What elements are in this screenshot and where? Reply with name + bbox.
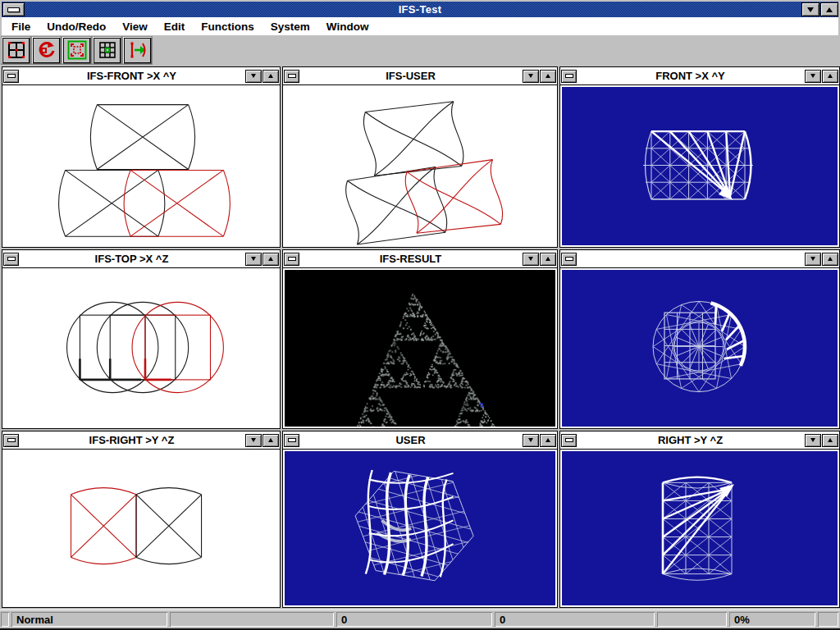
window-menu-button[interactable] — [3, 434, 19, 447]
minimize-button[interactable] — [523, 253, 539, 266]
menu-file[interactable]: File — [2, 21, 39, 33]
minimize-button[interactable] — [805, 70, 821, 83]
menu-view[interactable]: View — [114, 21, 156, 33]
child-window-title: IFS-TOP >X ^Z — [19, 253, 244, 265]
arrow-down-icon — [810, 74, 815, 78]
child-window-front3d[interactable]: FRONT >X ^Y — [559, 66, 840, 248]
system-menu-dash-icon — [288, 74, 296, 78]
arrow-down-icon — [528, 438, 533, 442]
window-menu-button[interactable] — [284, 434, 299, 447]
window-menu-button[interactable] — [284, 253, 299, 266]
view-front3d[interactable] — [562, 87, 838, 245]
child-window-title: USER — [299, 434, 522, 446]
system-menu-button[interactable] — [2, 2, 25, 16]
window-menu-button[interactable] — [561, 253, 577, 266]
window-menu-button[interactable] — [561, 70, 577, 83]
child-window-ifs-top[interactable]: IFS-TOP >X ^Z — [2, 249, 281, 429]
minimize-button[interactable] — [523, 434, 539, 447]
arrow-up-icon — [546, 257, 550, 261]
system-menu-dash-icon — [565, 257, 573, 261]
child-window-user3d[interactable]: USER — [282, 431, 558, 608]
maximize-button[interactable] — [262, 253, 279, 266]
mdi-workspace: IFS-FRONT >X ^Y IFS-USER FRONT >X ^Y — [0, 65, 840, 609]
arrow-up-icon — [828, 74, 833, 78]
child-titlebar[interactable]: IFS-USER — [283, 67, 557, 85]
minimize-button[interactable] — [801, 2, 819, 16]
menu-functions[interactable]: Functions — [193, 21, 262, 33]
zoom-selection-button[interactable] — [62, 37, 91, 64]
grid-center-icon — [98, 40, 117, 60]
child-window-title: IFS-RIGHT >Y ^Z — [19, 434, 244, 446]
menu-bar: File Undo/Redo View Edit Functions Syste… — [2, 17, 838, 35]
status-bar: Normal 0 0 0% — [0, 609, 840, 628]
maximize-button[interactable] — [820, 2, 838, 16]
maximize-button[interactable] — [540, 253, 556, 266]
view-ifs-result[interactable] — [285, 270, 555, 427]
minimize-button[interactable] — [805, 434, 821, 447]
minimize-button[interactable] — [523, 70, 539, 83]
child-window-ifs-right[interactable]: IFS-RIGHT >Y ^Z — [2, 431, 281, 608]
maximize-button[interactable] — [540, 434, 556, 447]
child-window-title: RIGHT >Y ^Z — [577, 434, 804, 446]
child-window-ifs-front[interactable]: IFS-FRONT >X ^Y — [2, 66, 281, 248]
child-titlebar[interactable]: IFS-RESULT — [283, 250, 557, 268]
tile-windows-button[interactable] — [2, 37, 30, 64]
child-window-title: TOP >X ^Z — [577, 253, 804, 265]
view-ifs-front[interactable] — [4, 87, 278, 245]
maximize-button[interactable] — [822, 253, 838, 266]
window-menu-button[interactable] — [3, 70, 19, 83]
arrow-down-icon — [810, 438, 815, 442]
system-menu-dash-icon — [565, 74, 573, 78]
menu-system[interactable]: System — [262, 21, 318, 33]
maximize-button[interactable] — [540, 70, 556, 83]
child-window-right3d[interactable]: RIGHT >Y ^Z — [559, 431, 840, 608]
child-titlebar[interactable]: IFS-FRONT >X ^Y — [2, 67, 280, 85]
maximize-button[interactable] — [262, 434, 279, 447]
view-ifs-right[interactable] — [4, 451, 278, 605]
system-menu-dash-icon — [7, 257, 16, 261]
undo-rotate-button[interactable] — [32, 37, 61, 64]
minimize-button[interactable] — [245, 434, 262, 447]
view-right3d[interactable] — [562, 451, 838, 605]
menu-undo-redo[interactable]: Undo/Redo — [39, 21, 114, 33]
child-window-title: IFS-USER — [299, 70, 522, 82]
grid-center-button[interactable] — [93, 37, 121, 64]
child-titlebar[interactable]: FRONT >X ^Y — [560, 67, 839, 85]
window-menu-button[interactable] — [3, 253, 19, 266]
maximize-button[interactable] — [262, 70, 279, 83]
maximize-button[interactable] — [822, 434, 838, 447]
child-window-top3d[interactable]: TOP >X ^Z — [559, 249, 840, 429]
view-top3d[interactable] — [562, 270, 838, 427]
child-titlebar[interactable]: USER — [283, 431, 557, 450]
arrow-up-icon — [828, 257, 833, 261]
child-titlebar-active[interactable]: TOP >X ^Z — [560, 250, 839, 268]
main-titlebar[interactable]: IFS-Test — [2, 2, 838, 17]
minimize-button[interactable] — [245, 70, 262, 83]
arrow-down-icon — [251, 74, 256, 78]
app-window: IFS-Test File Undo/Redo View Edit Functi… — [0, 0, 840, 630]
view-ifs-user[interactable] — [285, 87, 555, 245]
child-titlebar[interactable]: RIGHT >Y ^Z — [560, 431, 839, 450]
arrow-up-icon — [546, 74, 550, 78]
arrow-up-icon — [268, 74, 273, 78]
window-menu-button[interactable] — [561, 434, 577, 447]
arrow-down-icon — [528, 74, 533, 78]
view-ifs-top[interactable] — [4, 270, 278, 427]
minimize-button[interactable] — [245, 253, 262, 266]
view-user3d[interactable] — [285, 451, 555, 605]
child-window-ifs-result[interactable]: IFS-RESULT — [282, 249, 558, 429]
menu-window[interactable]: Window — [318, 21, 377, 33]
window-menu-button[interactable] — [284, 70, 299, 83]
child-titlebar[interactable]: IFS-TOP >X ^Z — [2, 250, 280, 268]
arrow-down-icon — [807, 7, 814, 12]
child-titlebar[interactable]: IFS-RIGHT >Y ^Z — [2, 431, 280, 450]
window-tile-icon — [7, 40, 26, 60]
menu-edit[interactable]: Edit — [156, 21, 194, 33]
status-count-1: 0 — [336, 612, 492, 627]
arrow-up-icon — [826, 7, 833, 12]
run-export-button[interactable] — [123, 37, 152, 64]
minimize-button[interactable] — [805, 253, 821, 266]
child-window-ifs-user[interactable]: IFS-USER — [282, 66, 558, 248]
run-export-icon — [128, 40, 148, 60]
maximize-button[interactable] — [822, 70, 838, 83]
